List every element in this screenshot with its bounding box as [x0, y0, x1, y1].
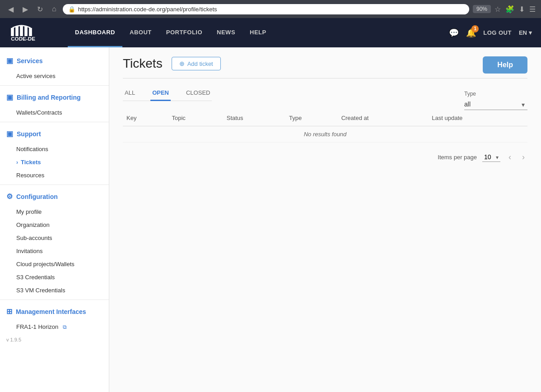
home-button[interactable]: ⌂: [49, 4, 59, 14]
tickets-chevron-icon: ›: [16, 159, 18, 166]
logout-button[interactable]: LOG OUT: [483, 29, 512, 36]
configuration-icon: ⚙: [6, 192, 13, 201]
sidebar-section-configuration-header[interactable]: ⚙ Configuration: [0, 188, 109, 205]
sidebar-section-services-header[interactable]: ▣ Services: [0, 52, 109, 69]
add-ticket-button[interactable]: ⊕ Add ticket: [172, 57, 221, 70]
items-per-page-select[interactable]: 5 10 25 50: [482, 152, 500, 162]
sidebar-section-management-header[interactable]: ⊞ Management Interfaces: [0, 303, 109, 320]
sidebar-section-billing-header[interactable]: ▣ Billing and Reporting: [0, 88, 109, 106]
bookmark-icon[interactable]: ☆: [494, 5, 501, 14]
ticket-tabs: ALL OPEN CLOSED: [123, 86, 212, 101]
logo: CODE-DE: [9, 23, 54, 43]
reload-button[interactable]: ↻: [34, 4, 46, 14]
sidebar-item-wallets[interactable]: Wallets/Contracts: [0, 106, 109, 119]
sidebar-section-management: ⊞ Management Interfaces FRA1-1 Horizon ⧉: [0, 303, 109, 333]
forward-button[interactable]: ▶: [20, 4, 31, 14]
no-results-row: No results found: [123, 126, 527, 143]
nav-about[interactable]: ABOUT: [122, 18, 159, 47]
pagination-row: Items per page 5 10 25 50 ‹ ›: [123, 152, 527, 163]
configuration-label: Configuration: [16, 193, 58, 200]
tickets-table: Key Topic Status Type Created at Last up…: [123, 110, 527, 143]
app-header: CODE-DE DASHBOARD ABOUT PORTFOLIO NEWS H…: [0, 18, 541, 47]
nav-portfolio[interactable]: PORTFOLIO: [159, 18, 210, 47]
invitations-label: Invitations: [16, 248, 43, 254]
page-title-row: Tickets ⊕ Add ticket: [123, 56, 527, 71]
s3-credentials-label: S3 Credentials: [16, 274, 55, 281]
tickets-label: Tickets: [21, 159, 41, 166]
sidebar-item-s3-credentials[interactable]: S3 Credentials: [0, 271, 109, 284]
divider-4: [0, 300, 109, 300]
notifications-icon[interactable]: 🔔 1: [466, 28, 476, 38]
sidebar-item-invitations[interactable]: Invitations: [0, 244, 109, 258]
sidebar-item-active-services[interactable]: Active services: [0, 69, 109, 83]
sidebar-item-tickets[interactable]: › Tickets: [0, 156, 109, 169]
col-type: Type: [285, 110, 338, 126]
s3-vm-credentials-label: S3 VM Credentials: [16, 287, 65, 294]
next-page-button[interactable]: ›: [519, 152, 527, 163]
sidebar-item-fra1-horizon[interactable]: FRA1-1 Horizon ⧉: [0, 320, 109, 333]
sub-accounts-label: Sub-accounts: [16, 235, 52, 241]
col-topic: Topic: [168, 110, 223, 126]
resources-label: Resources: [16, 172, 44, 179]
help-button[interactable]: Help: [483, 56, 527, 74]
type-filter: Type all billing technical: [464, 91, 527, 110]
download-icon[interactable]: ⬇: [519, 5, 525, 14]
version-tag: v 1.9.5: [0, 335, 109, 344]
content-divider: [123, 78, 527, 78]
sidebar-item-s3-vm-credentials[interactable]: S3 VM Credentials: [0, 284, 109, 297]
billing-label: Billing and Reporting: [17, 94, 81, 101]
tab-all[interactable]: ALL: [123, 86, 137, 101]
no-results-text: No results found: [123, 126, 527, 143]
logo-area[interactable]: CODE-DE: [9, 23, 54, 43]
back-button[interactable]: ◀: [5, 4, 16, 14]
chat-icon[interactable]: 💬: [449, 28, 459, 38]
col-status: Status: [223, 110, 285, 126]
type-select-wrapper: all billing technical: [464, 99, 527, 110]
sidebar-section-support: ▣ Support Notifications › Tickets Resour…: [0, 125, 109, 182]
chat-icon-symbol: 💬: [449, 28, 459, 37]
divider-1: [0, 85, 109, 86]
sidebar-item-resources[interactable]: Resources: [0, 169, 109, 182]
type-select[interactable]: all billing technical: [464, 99, 527, 110]
cloud-projects-label: Cloud projects/Wallets: [16, 261, 75, 267]
sidebar: ▣ Services Active services ▣ Billing and…: [0, 47, 109, 392]
organization-label: Organization: [16, 221, 50, 228]
sidebar-item-my-profile[interactable]: My profile: [0, 205, 109, 218]
active-services-label: Active services: [16, 73, 56, 79]
svg-rect-1: [15, 26, 19, 36]
fra1-horizon-label: FRA1-1 Horizon: [16, 323, 58, 330]
external-link-icon: ⧉: [63, 324, 67, 330]
menu-icon[interactable]: ☰: [529, 5, 536, 14]
notifications-label: Notifications: [16, 146, 48, 152]
sidebar-section-support-header[interactable]: ▣ Support: [0, 125, 109, 143]
divider-3: [0, 184, 109, 185]
main-content: Help Tickets ⊕ Add ticket ALL OPEN CLOSE…: [109, 47, 541, 392]
tab-closed[interactable]: CLOSED: [184, 86, 212, 101]
nav-dashboard[interactable]: DASHBOARD: [68, 18, 122, 47]
nav-help[interactable]: HELP: [243, 18, 274, 47]
language-selector[interactable]: EN ▾: [519, 29, 532, 36]
nav-news[interactable]: NEWS: [210, 18, 243, 47]
add-ticket-plus-icon: ⊕: [179, 60, 185, 67]
lang-chevron-icon: ▾: [529, 29, 532, 36]
add-ticket-label: Add ticket: [187, 60, 213, 67]
sidebar-item-cloud-projects[interactable]: Cloud projects/Wallets: [0, 258, 109, 271]
my-profile-label: My profile: [16, 208, 42, 215]
billing-icon: ▣: [6, 93, 13, 101]
tab-open[interactable]: OPEN: [150, 86, 171, 101]
wallets-label: Wallets/Contracts: [16, 109, 62, 116]
extensions-icon[interactable]: 🧩: [505, 5, 514, 14]
services-label: Services: [17, 57, 43, 65]
svg-rect-2: [20, 25, 23, 36]
services-icon: ▣: [6, 56, 13, 65]
lang-label: EN: [519, 29, 527, 36]
zoom-level: 90%: [473, 5, 491, 13]
prev-page-button[interactable]: ‹: [506, 152, 514, 163]
sidebar-item-organization[interactable]: Organization: [0, 218, 109, 231]
sidebar-item-sub-accounts[interactable]: Sub-accounts: [0, 231, 109, 244]
sidebar-item-notifications[interactable]: Notifications: [0, 143, 109, 156]
main-nav: DASHBOARD ABOUT PORTFOLIO NEWS HELP: [68, 18, 449, 47]
notification-badge: 1: [471, 25, 479, 32]
address-bar[interactable]: 🔒 https://administration.code-de.org/pan…: [63, 4, 469, 14]
security-icon: 🔒: [68, 6, 75, 13]
